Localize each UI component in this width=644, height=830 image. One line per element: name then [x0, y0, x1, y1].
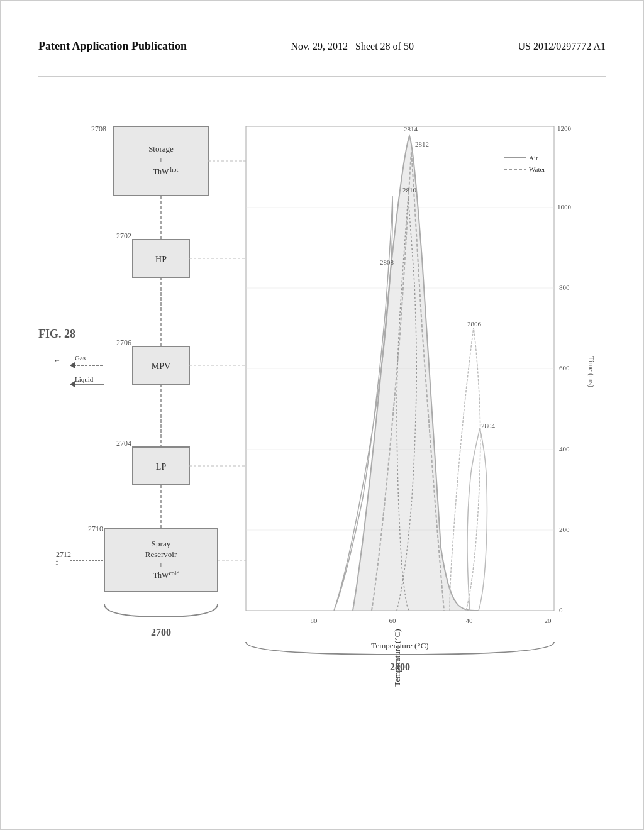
gas-label: ← [54, 357, 61, 364]
svg-text:cold: cold [169, 570, 179, 577]
time-0: 0 [559, 606, 563, 614]
mpv-text: MPV [152, 362, 170, 371]
lp-text: LP [156, 462, 167, 472]
gas-text: Gas [75, 354, 86, 362]
time-axis-label: Time (ms) [587, 356, 596, 387]
hp-text: HP [155, 255, 167, 264]
label-2808: 2808 [380, 258, 394, 266]
time-1200: 1200 [557, 124, 572, 132]
time-600: 600 [559, 364, 570, 372]
label-2702: 2702 [116, 231, 131, 240]
publication-title: Patent Application Publication [38, 38, 187, 54]
patent-number: US 2012/0297772 A1 [518, 41, 606, 52]
temp-20: 20 [545, 617, 552, 624]
diagram-svg: Storage + ThW hot 2708 HP 2702 MPV 2706 … [51, 95, 604, 724]
legend-water-label: Water [529, 165, 545, 173]
temp-80: 80 [311, 617, 318, 624]
time-1000: 1000 [557, 203, 572, 211]
svg-text:ThW: ThW [153, 167, 169, 176]
svg-text:ThW: ThW [153, 571, 169, 580]
gas-arrow-head [70, 362, 75, 368]
label-2810: 2810 [402, 186, 417, 194]
legend-air-label: Air [529, 154, 538, 162]
page-header: Patent Application Publication Nov. 29, … [38, 38, 606, 54]
page: Patent Application Publication Nov. 29, … [0, 0, 644, 830]
temp-axis-label2: Temperature (°C) [371, 641, 428, 650]
label-2814: 2814 [404, 125, 418, 133]
storage-text: Storage [148, 144, 174, 153]
liquid-text: Liquid [75, 375, 94, 383]
label-2706: 2706 [116, 338, 131, 347]
label-2812: 2812 [415, 140, 429, 148]
svg-text:Reservoir: Reservoir [145, 550, 177, 559]
svg-text:hot: hot [170, 166, 179, 173]
label-2804: 2804 [481, 422, 496, 429]
temp-60: 60 [389, 617, 397, 624]
label-2806: 2806 [467, 320, 482, 328]
label-2700: 2700 [151, 627, 171, 638]
spray-text: Spray [152, 539, 171, 548]
header-divider [38, 76, 606, 77]
time-800: 800 [559, 284, 570, 291]
label-2708: 2708 [91, 124, 106, 133]
liquid-arrow-head [70, 381, 75, 387]
main-content: FIG. 28 Storage + ThW hot 2708 HP 2702 M… [38, 89, 606, 792]
svg-text:+: + [158, 155, 163, 165]
temp-axis-label: Temperature (°C) [392, 629, 402, 686]
brace-2700 [104, 604, 218, 617]
label-2704: 2704 [116, 439, 131, 448]
label-2710: 2710 [88, 524, 103, 533]
svg-text:+: + [158, 560, 163, 570]
temp-40: 40 [466, 617, 474, 624]
time-400: 400 [559, 445, 570, 453]
time-200: 200 [559, 526, 570, 533]
svg-text:↕: ↕ [55, 558, 59, 567]
label-2800: 2800 [390, 661, 410, 672]
publication-date: Nov. 29, 2012 Sheet 28 of 50 [291, 41, 414, 52]
